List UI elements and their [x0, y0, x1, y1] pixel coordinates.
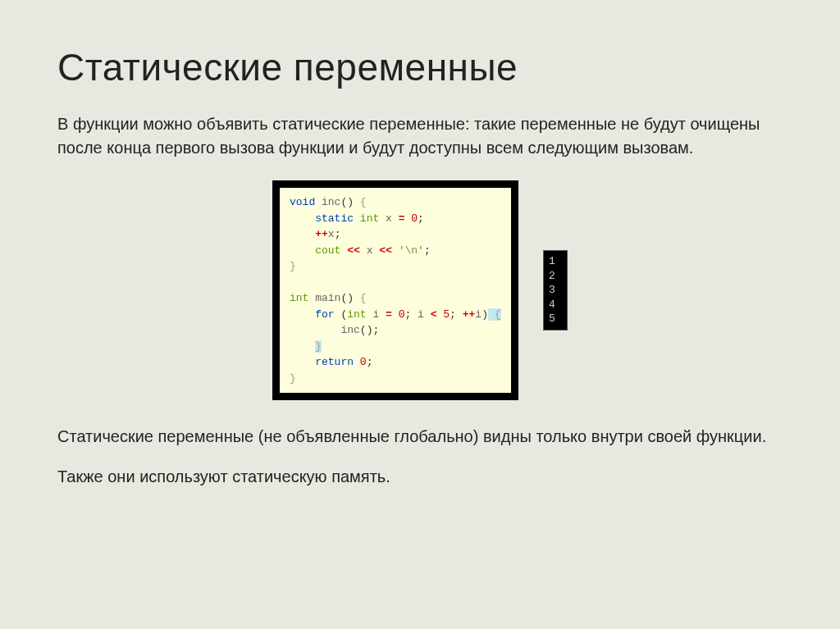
- output-line: 3: [549, 283, 560, 298]
- memory-paragraph: Также они используют статическую память.: [57, 465, 783, 489]
- output-line: 5: [549, 312, 560, 326]
- output-line: 4: [549, 298, 560, 312]
- scope-paragraph: Статические переменные (не объявленные г…: [57, 425, 783, 449]
- slide-title: Статические переменные: [57, 45, 783, 89]
- intro-paragraph: В функции можно объявить статические пер…: [57, 112, 783, 160]
- output-line: 1: [549, 254, 560, 269]
- output-line: 2: [549, 269, 560, 284]
- code-example-area: void inc() { static int x = 0; ++x; cout…: [57, 180, 783, 400]
- program-output-box: 1 2 3 4 5: [543, 250, 568, 330]
- source-code-box: void inc() { static int x = 0; ++x; cout…: [272, 180, 518, 400]
